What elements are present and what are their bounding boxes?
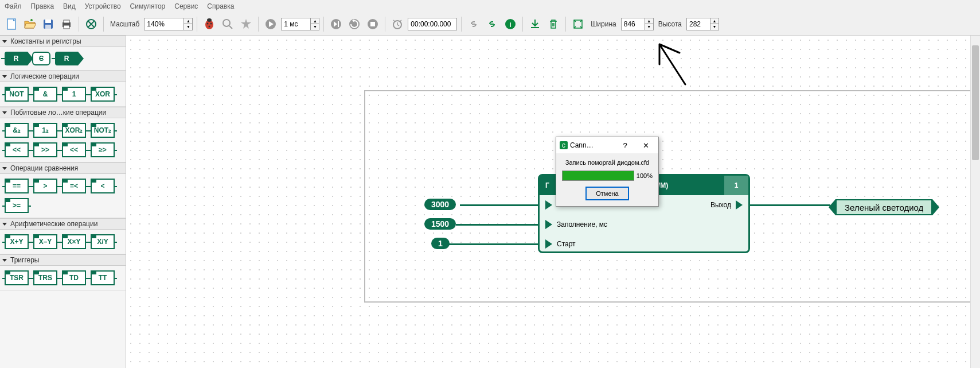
block-xor[interactable]: XOR: [91, 87, 115, 102]
download-icon[interactable]: [527, 16, 543, 32]
canvas-area[interactable]: 3000 1500 1 Г(PWM) 1 Выход Заполнение, м…: [126, 36, 980, 368]
block-shr[interactable]: >>: [33, 142, 57, 157]
node-title-prefix: Г: [545, 181, 549, 189]
menu-view[interactable]: Вид: [63, 2, 76, 10]
wire: [460, 204, 538, 206]
block-le[interactable]: =<: [62, 179, 86, 193]
timestep-spinner[interactable]: ▲▼: [281, 18, 319, 30]
close-button[interactable]: ✕: [637, 137, 655, 153]
block-div[interactable]: X/Y: [91, 234, 115, 249]
width-label: Ширина: [591, 20, 616, 28]
node-badge: 1: [723, 176, 748, 195]
svg-point-12: [207, 18, 212, 22]
output-label: Выход: [710, 201, 731, 209]
block-tsr[interactable]: TSR: [5, 270, 29, 285]
input-port-icon[interactable]: [545, 239, 552, 249]
input2-label: Заполнение, мс: [557, 220, 607, 228]
block-r-in[interactable]: R: [5, 52, 28, 65]
menu-bar: Файл Правка Вид Устройство Симулятор Сер…: [0, 0, 980, 13]
const-1[interactable]: 1: [431, 238, 450, 249]
group-bitwise[interactable]: Побитовые ло…кие операции: [0, 107, 126, 118]
group-constants[interactable]: Константы и регистры: [0, 36, 126, 47]
block-td[interactable]: TD: [62, 270, 86, 285]
height-spinner[interactable]: ▲▼: [686, 18, 719, 30]
block-mul[interactable]: X×Y: [62, 234, 86, 249]
menu-device[interactable]: Устройство: [85, 2, 121, 10]
info-icon[interactable]: i: [502, 16, 518, 32]
scale-down[interactable]: ▼: [184, 24, 192, 30]
menu-edit[interactable]: Правка: [31, 2, 54, 10]
scale-spinner[interactable]: ▲▼: [144, 18, 193, 30]
led-output-tag[interactable]: Зеленый светодиод: [835, 199, 932, 215]
width-input[interactable]: [621, 18, 645, 30]
new-icon[interactable]: [3, 16, 19, 32]
input-port-icon[interactable]: [545, 220, 552, 229]
wire: [444, 243, 538, 245]
bug-icon[interactable]: [201, 16, 217, 32]
svg-rect-3: [45, 25, 51, 29]
unlink-icon[interactable]: [484, 16, 500, 32]
height-label: Высота: [658, 20, 682, 28]
block-eq[interactable]: ==: [5, 179, 29, 193]
block-band[interactable]: &₂: [5, 123, 29, 138]
clock-input[interactable]: [408, 18, 457, 30]
step-icon[interactable]: [328, 16, 344, 32]
block-bnot[interactable]: NOT₂: [91, 123, 115, 138]
group-logic[interactable]: Логические операции: [0, 71, 126, 82]
group-compare[interactable]: Операции сравнения: [0, 162, 126, 174]
timestep-input[interactable]: [281, 18, 311, 30]
scale-input[interactable]: [144, 18, 184, 30]
menu-simulator[interactable]: Симулятор: [130, 2, 166, 10]
block-add[interactable]: X+Y: [5, 234, 29, 249]
block-and[interactable]: &: [33, 87, 57, 102]
trash-icon[interactable]: [545, 16, 561, 32]
block-or[interactable]: 1: [62, 87, 86, 102]
stop-icon[interactable]: [365, 16, 381, 32]
block-tt[interactable]: TT: [91, 270, 115, 285]
const-1500[interactable]: 1500: [424, 218, 456, 230]
scale-up[interactable]: ▲: [184, 18, 192, 24]
save-icon[interactable]: [40, 16, 56, 32]
open-icon[interactable]: [22, 16, 38, 32]
link-icon[interactable]: [466, 16, 482, 32]
star-icon[interactable]: [238, 16, 254, 32]
zoom-icon[interactable]: [220, 16, 236, 32]
block-trs[interactable]: TRS: [33, 270, 57, 285]
wire: [750, 204, 830, 206]
group-arith[interactable]: Арифметические операции: [0, 218, 126, 230]
block-gt[interactable]: >: [33, 179, 57, 193]
reload-icon[interactable]: [346, 16, 362, 32]
vertical-scrollbar[interactable]: [970, 36, 980, 368]
block-bxor[interactable]: XOR₂: [62, 123, 86, 138]
block-lt[interactable]: <: [91, 179, 115, 193]
block-ge[interactable]: >=: [5, 198, 29, 213]
block-ror[interactable]: ≥>: [91, 142, 115, 157]
svg-point-10: [210, 22, 212, 24]
menu-help[interactable]: Справка: [207, 2, 234, 10]
print-icon[interactable]: [58, 16, 75, 32]
menu-service[interactable]: Сервис: [174, 2, 198, 10]
block-shl[interactable]: <<: [5, 142, 29, 157]
output-port-icon[interactable]: [736, 200, 743, 210]
cancel-button[interactable]: Отмена: [585, 187, 628, 200]
svg-rect-18: [370, 22, 375, 26]
input-port-icon[interactable]: [545, 200, 552, 210]
block-not[interactable]: NOT: [5, 87, 29, 102]
block-bor[interactable]: 1₂: [33, 123, 57, 138]
alarm-icon[interactable]: [389, 16, 405, 32]
help-button[interactable]: ?: [616, 137, 634, 153]
height-input[interactable]: [686, 18, 710, 30]
group-triggers[interactable]: Триггеры: [0, 254, 126, 266]
dialog-title: Cann…: [570, 141, 614, 149]
block-rol[interactable]: <<: [62, 142, 86, 157]
block-c[interactable]: C: [32, 52, 50, 65]
target-icon[interactable]: [83, 16, 99, 32]
width-spinner[interactable]: ▲▼: [621, 18, 654, 30]
block-r-out[interactable]: R: [55, 52, 78, 65]
fit-icon[interactable]: [570, 16, 586, 32]
const-3000[interactable]: 3000: [424, 199, 456, 210]
menu-file[interactable]: Файл: [5, 2, 22, 10]
block-sub[interactable]: X–Y: [33, 234, 57, 249]
palette-sidebar[interactable]: Константы и регистры R C R Логические оп…: [0, 36, 126, 368]
play-icon[interactable]: [263, 16, 279, 32]
